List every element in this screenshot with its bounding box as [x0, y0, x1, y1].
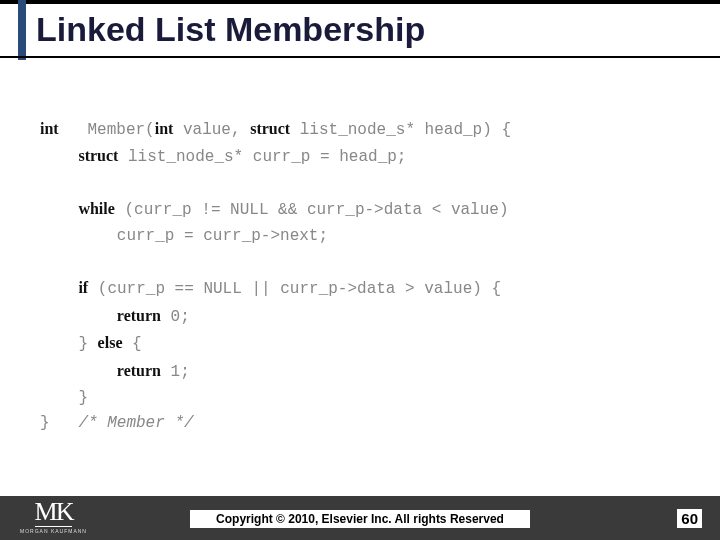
code-line: return 1; — [40, 363, 190, 381]
logo-subtext: MORGAN KAUFMANN — [20, 528, 87, 534]
kw-if: if — [78, 279, 88, 296]
title-accent-bar — [18, 0, 26, 60]
code-line: int Member(int value, struct list_node_s… — [40, 121, 511, 139]
code-listing: int Member(int value, struct list_node_s… — [40, 90, 690, 437]
kw-struct: struct — [250, 120, 290, 137]
code-line: } — [40, 389, 88, 407]
code-line: } /* Member */ — [40, 414, 194, 432]
kw-struct: struct — [78, 147, 118, 164]
footer-bar — [0, 496, 720, 540]
code-line: curr_p = curr_p->next; — [40, 227, 328, 245]
kw-int: int — [40, 120, 59, 137]
slide-title: Linked List Membership — [36, 10, 425, 49]
kw-return: return — [117, 307, 161, 324]
code-comment: /* Member */ — [78, 414, 193, 432]
title-underline — [0, 56, 720, 58]
kw-else: else — [98, 334, 123, 351]
kw-return: return — [117, 362, 161, 379]
publisher-logo: MK MORGAN KAUFMANN — [20, 499, 87, 534]
top-rule — [0, 0, 720, 4]
kw-int: int — [155, 120, 174, 137]
kw-while: while — [78, 200, 114, 217]
logo-initials: MK — [35, 499, 73, 527]
code-line: } else { — [40, 335, 142, 353]
page-number: 60 — [677, 509, 702, 528]
code-line: return 0; — [40, 308, 190, 326]
code-line: while (curr_p != NULL && curr_p->data < … — [40, 201, 509, 219]
code-line: if (curr_p == NULL || curr_p->data > val… — [40, 280, 501, 298]
code-line: struct list_node_s* curr_p = head_p; — [40, 148, 406, 166]
